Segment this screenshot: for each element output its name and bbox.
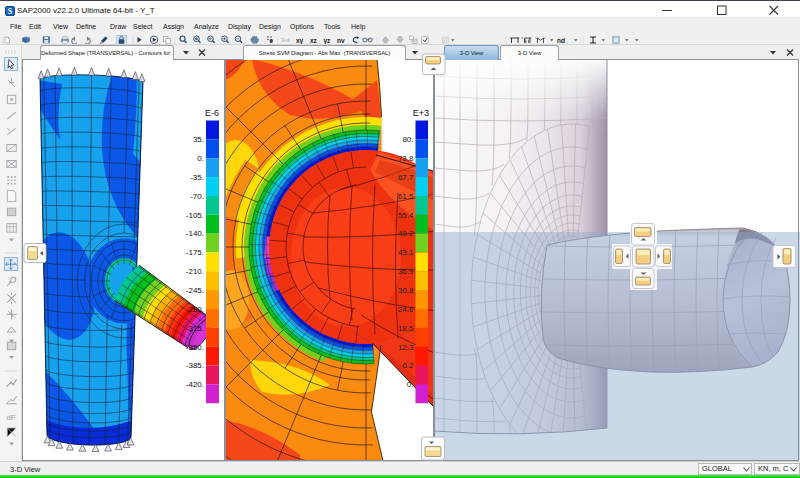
svg-text:nv: nv — [337, 37, 345, 44]
svg-text:S: S — [7, 7, 12, 16]
svg-text:xz: xz — [310, 37, 318, 44]
svg-text:3-d: 3-d — [281, 37, 290, 43]
svg-text:nd: nd — [557, 37, 565, 44]
svg-text:dF: dF — [6, 413, 15, 422]
